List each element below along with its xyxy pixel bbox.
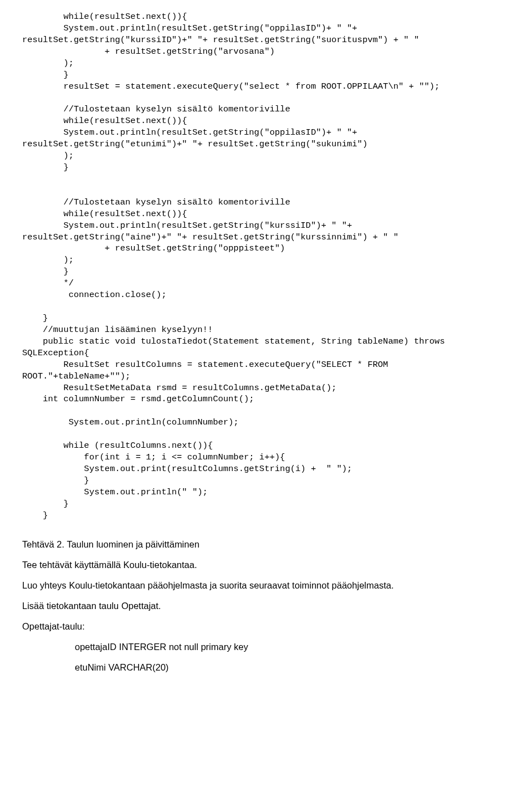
task-heading: Tehtävä 2. Taulun luominen ja päivittämi… <box>22 538 510 551</box>
prose-line: Tee tehtävät käyttämällä Koulu-tietokant… <box>22 559 510 571</box>
prose-indent-line: etuNimi VARCHAR(20) <box>75 661 510 674</box>
code-block: while(resultSet.next()){ System.out.prin… <box>22 11 510 521</box>
prose-line: Lisää tietokantaan taulu Opettajat. <box>22 600 510 612</box>
prose-indent-line: opettajaID INTERGER not null primary key <box>75 641 510 653</box>
prose-section: Tehtävä 2. Taulun luominen ja päivittämi… <box>22 538 510 674</box>
prose-line: Luo yhteys Koulu-tietokantaan pääohjelma… <box>22 579 510 592</box>
prose-line: Opettajat-taulu: <box>22 620 510 633</box>
